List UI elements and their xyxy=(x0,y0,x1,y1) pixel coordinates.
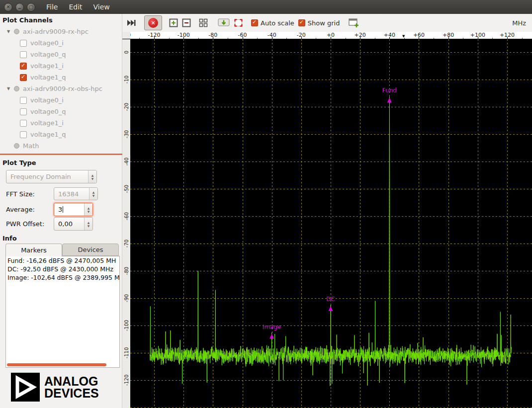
ruler-tick xyxy=(183,37,184,39)
spectrum-plot[interactable] xyxy=(130,39,532,408)
marker-position-indicator[interactable] xyxy=(402,34,405,38)
fullscreen-button[interactable] xyxy=(234,18,243,27)
logo-text-line1: ANALOG xyxy=(44,375,99,387)
fft-size-label: FFT Size: xyxy=(6,190,35,198)
ruler-tick xyxy=(154,37,155,39)
menu-file[interactable]: File xyxy=(46,3,58,11)
plot-type-heading: Plot Type xyxy=(2,159,36,166)
channel-row-voltage1_i[interactable]: voltage1_i xyxy=(0,117,121,129)
power-tick-label: -40 xyxy=(122,152,130,171)
tab-markers[interactable]: Markers xyxy=(5,244,62,256)
channel-row-voltage1_q[interactable]: voltage1_q xyxy=(0,72,121,83)
pane-divider-handle[interactable] xyxy=(0,154,122,155)
zoom-out-button[interactable] xyxy=(182,18,191,27)
ruler-tick xyxy=(389,37,390,39)
window-controls xyxy=(4,3,35,11)
channel-row-voltage1_q[interactable]: voltage1_q xyxy=(0,129,121,140)
new-plot-icon xyxy=(349,18,359,28)
info-hscrollbar[interactable] xyxy=(7,363,106,366)
channel-row-voltage0_q[interactable]: voltage0_q xyxy=(0,106,121,117)
zoom-fit-icon xyxy=(199,18,208,27)
power-tick-label: -120 xyxy=(122,370,130,390)
frequency-ruler[interactable]: -140-120-100-80-60-40-20+0+20+40+60+80+1… xyxy=(130,32,532,39)
marker-readout-line: Fund: -16,26 dBFS @ 2470,005 MH xyxy=(6,256,119,265)
iio-oscilloscope-window: File Edit View Plot Channels axi-adrv900… xyxy=(0,0,532,408)
auto-scale-checkbox[interactable]: Auto scale xyxy=(251,19,294,27)
channel-row-voltage0_i[interactable]: voltage0_i xyxy=(0,37,121,49)
ruler-minor-tick xyxy=(316,38,316,39)
channel-checkbox[interactable] xyxy=(20,40,27,47)
channel-label: voltage0_i xyxy=(30,39,64,47)
ruler-minor-tick xyxy=(434,38,434,39)
zoom-fit-button[interactable] xyxy=(199,18,208,27)
channel-checkbox[interactable] xyxy=(20,97,27,104)
ruler-minor-tick xyxy=(492,38,493,39)
plot-type-select[interactable]: Frequency Domain xyxy=(6,170,97,183)
text-caret xyxy=(63,206,63,213)
auto-scale-label: Auto scale xyxy=(261,19,294,27)
show-grid-checkbox[interactable]: Show grid xyxy=(298,19,340,27)
channel-checkbox[interactable] xyxy=(20,131,27,138)
device-row-axi-adrv9009-rx-obs-hpc[interactable]: axi-adrv9009-rx-obs-hpc xyxy=(0,83,121,94)
channel-checkbox[interactable] xyxy=(20,120,27,127)
channel-checkbox[interactable] xyxy=(20,63,27,70)
power-tick-label: -80 xyxy=(122,261,130,281)
power-tick-label: -50 xyxy=(122,179,130,199)
stepper-icon[interactable] xyxy=(89,188,97,200)
ruler-minor-tick xyxy=(139,38,140,39)
average-input[interactable]: 3 xyxy=(54,203,93,216)
ruler-minor-tick xyxy=(198,38,199,39)
plot-channels-heading: Plot Channels xyxy=(2,16,53,24)
close-icon[interactable] xyxy=(4,3,12,11)
menu-edit[interactable]: Edit xyxy=(69,3,82,11)
stepper-icon[interactable] xyxy=(88,170,96,183)
channel-row-voltage0_i[interactable]: voltage0_i xyxy=(0,94,121,106)
ruler-tick xyxy=(301,37,302,39)
pwr-offset-value: 0,00 xyxy=(54,220,84,228)
save-plot-icon xyxy=(218,18,230,28)
device-row-Math[interactable]: Math xyxy=(0,140,121,152)
analog-devices-logo: ANALOG DEVICES xyxy=(11,373,99,402)
power-tick-label: -10 xyxy=(122,70,130,89)
ruler-minor-tick xyxy=(228,38,228,39)
minimize-icon[interactable] xyxy=(15,3,24,11)
ruler-tick xyxy=(478,37,478,39)
pwr-offset-input[interactable]: 0,00 xyxy=(54,217,93,231)
logo-text-line2: DEVICES xyxy=(44,387,99,399)
device-row-axi-adrv9009-rx-hpc[interactable]: axi-adrv9009-rx-hpc xyxy=(0,26,121,37)
ruler-tick xyxy=(419,37,419,39)
maximize-icon[interactable] xyxy=(27,3,35,11)
power-tick-label: -100 xyxy=(122,316,130,335)
marker-readout-line: Image: -102,64 dBFS @ 2389,995 M xyxy=(6,273,119,282)
zoom-in-button[interactable] xyxy=(169,18,178,27)
plot-toolbar: ✕ xyxy=(122,14,532,32)
channel-row-voltage1_i[interactable]: voltage1_i xyxy=(0,60,121,72)
stepper-icon[interactable] xyxy=(84,203,92,216)
zoom-in-icon xyxy=(169,18,178,27)
stop-capture-button[interactable]: ✕ xyxy=(144,15,162,30)
new-plot-button[interactable] xyxy=(349,18,359,28)
save-plot-button[interactable] xyxy=(218,18,230,28)
expander-icon[interactable] xyxy=(7,29,14,34)
expander-icon[interactable] xyxy=(7,86,14,91)
channel-checkbox[interactable] xyxy=(20,108,27,115)
skip-forward-button[interactable] xyxy=(126,19,136,27)
stepper-icon[interactable] xyxy=(84,218,92,230)
device-label: axi-adrv9009-rx-obs-hpc xyxy=(23,85,102,92)
info-heading: Info xyxy=(2,235,17,242)
analog-devices-triangle-icon xyxy=(11,373,40,402)
channel-checkbox[interactable] xyxy=(20,74,27,81)
ruler-tick xyxy=(331,37,331,39)
tab-devices[interactable]: Devices xyxy=(62,244,119,256)
menu-view[interactable]: View xyxy=(93,3,110,11)
power-tick-label: -20 xyxy=(122,97,130,117)
show-grid-checkbox-box[interactable] xyxy=(298,19,305,26)
fft-size-select[interactable]: 16384 xyxy=(54,187,98,200)
ruler-minor-tick xyxy=(375,38,375,39)
ruler-tick xyxy=(243,37,243,39)
ruler-minor-tick xyxy=(169,38,170,39)
channel-checkbox[interactable] xyxy=(20,51,27,58)
auto-scale-checkbox-box[interactable] xyxy=(251,19,258,26)
channel-row-voltage0_q[interactable]: voltage0_q xyxy=(0,49,121,60)
marker-info-box[interactable]: Fund: -16,26 dBFS @ 2470,005 MHDC: -92,5… xyxy=(5,256,120,368)
